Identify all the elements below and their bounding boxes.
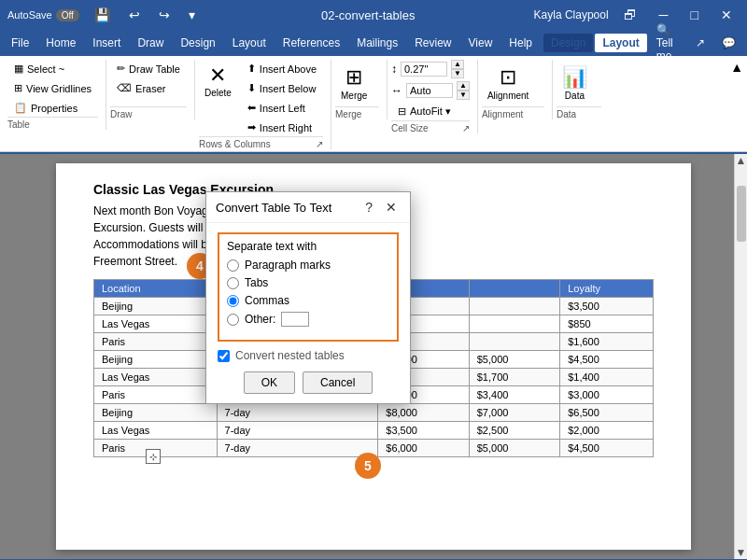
rows-cols-group-label: Rows & Columns ↗: [199, 136, 323, 149]
restore-button[interactable]: 🗗: [616, 6, 644, 24]
radio-paragraph-input[interactable]: [227, 259, 239, 272]
dialog-content: Separate text with Paragraph marks Tabs: [206, 223, 410, 403]
data-button[interactable]: 📊 Data: [557, 62, 593, 104]
insert-below-button[interactable]: ⬇ Insert Below: [241, 79, 323, 97]
scroll-down-button[interactable]: ▼: [736, 546, 747, 559]
radio-tabs[interactable]: Tabs: [227, 276, 389, 289]
vertical-scrollbar[interactable]: ▲ ▼: [734, 154, 747, 559]
menu-context-layout[interactable]: Layout: [595, 34, 646, 52]
view-gridlines-button[interactable]: ⊞ View Gridlines: [7, 79, 98, 97]
menu-home[interactable]: Home: [38, 34, 83, 52]
scroll-up-button[interactable]: ▲: [736, 154, 747, 167]
dialog-close-button[interactable]: ✕: [382, 198, 401, 217]
row-height-input[interactable]: [401, 62, 447, 77]
menu-references[interactable]: References: [275, 34, 347, 52]
dialog-title-area: Convert Table To Text: [216, 201, 331, 215]
redo-button[interactable]: ↪: [151, 6, 177, 24]
cell-size-group-label: Cell Size ↗: [391, 120, 470, 133]
insert-right-icon: ➡: [247, 121, 256, 133]
menu-context-design[interactable]: Design: [543, 34, 593, 52]
cell-size-expand-icon[interactable]: ↗: [462, 123, 470, 133]
delete-button[interactable]: ✕ Delete: [199, 60, 237, 102]
height-down-button[interactable]: ▼: [451, 69, 464, 78]
other-text-input[interactable]: -: [281, 312, 309, 327]
menu-draw[interactable]: Draw: [130, 34, 171, 52]
menu-bar: File Home Insert Draw Design Layout Refe…: [0, 30, 747, 56]
rows-cols-expand-icon[interactable]: ↗: [316, 139, 323, 149]
autosave-label: AutoSave: [7, 9, 52, 21]
title-bar: AutoSave Off 💾 ↩ ↪ ▾ 02-convert-tables K…: [0, 0, 747, 30]
delete-icon: ✕: [209, 63, 226, 88]
document-title: 02-convert-tables: [203, 8, 534, 22]
comments-button[interactable]: 💬: [714, 34, 743, 52]
dialog-help-button[interactable]: ?: [361, 198, 376, 217]
eraser-icon: ⌫: [117, 82, 132, 94]
menu-view[interactable]: View: [461, 34, 500, 52]
draw-table-icon: ✏: [117, 63, 125, 75]
col-width-input[interactable]: [406, 83, 453, 98]
alignment-button[interactable]: ⊡ Alignment: [482, 62, 534, 104]
width-up-button[interactable]: ▲: [457, 81, 470, 91]
menu-help[interactable]: Help: [501, 34, 540, 52]
save-button[interactable]: 💾: [87, 6, 118, 24]
close-window-button[interactable]: ✕: [713, 6, 740, 24]
select-button[interactable]: ▦ Select ~: [7, 60, 71, 77]
menu-file[interactable]: File: [4, 34, 36, 52]
col-width-icon: ↔: [391, 84, 402, 97]
merge-icon: ⊞: [345, 65, 362, 90]
ribbon-group-table: ▦ Select ~ ⊞ View Gridlines 📋 Properties…: [4, 60, 106, 130]
draw-table-button[interactable]: ✏ Draw Table: [110, 60, 187, 77]
insert-above-button[interactable]: ⬆ Insert Above: [241, 60, 323, 77]
autofit-icon: ⊟: [398, 105, 406, 118]
maximize-button[interactable]: □: [684, 6, 706, 24]
radio-paragraph[interactable]: Paragraph marks: [227, 259, 389, 272]
ribbon: ▦ Select ~ ⊞ View Gridlines 📋 Properties…: [0, 56, 747, 154]
row-height-icon: ↕: [391, 63, 397, 76]
properties-button[interactable]: 📋 Properties: [7, 99, 84, 117]
draw-group-label: Draw: [110, 106, 187, 119]
menu-design[interactable]: Design: [173, 34, 222, 52]
properties-icon: 📋: [14, 102, 27, 114]
radio-commas-input[interactable]: [227, 295, 239, 307]
document-area: Classic Las Vegas Excursion Next month B…: [0, 154, 747, 559]
insert-left-button[interactable]: ⬅ Insert Left: [241, 99, 323, 117]
menu-review[interactable]: Review: [407, 34, 458, 52]
table-row: Las Vegas 7-day $3,500 $2,500 $2,000: [94, 422, 654, 440]
menu-insert[interactable]: Insert: [85, 34, 128, 52]
menu-layout[interactable]: Layout: [225, 34, 274, 52]
customize-button[interactable]: ▾: [181, 6, 203, 24]
radio-other-input[interactable]: [227, 314, 239, 326]
ribbon-group-merge: ⊞ Merge Merge: [331, 60, 388, 119]
nested-tables-checkbox[interactable]: [218, 350, 230, 362]
menu-mailings[interactable]: Mailings: [349, 34, 405, 52]
data-group-label: Data: [557, 106, 601, 119]
ribbon-group-data: 📊 Data Data: [553, 60, 609, 119]
user-name: Kayla Claypool: [534, 8, 609, 21]
width-down-button[interactable]: ▼: [457, 91, 470, 100]
height-up-button[interactable]: ▲: [451, 60, 464, 69]
gridlines-icon: ⊞: [14, 82, 22, 94]
undo-button[interactable]: ↩: [121, 6, 148, 24]
eraser-button[interactable]: ⌫ Eraser: [110, 79, 172, 97]
scrollbar-thumb[interactable]: [737, 186, 746, 242]
data-icon: 📊: [562, 65, 587, 90]
ok-button[interactable]: OK: [244, 371, 295, 394]
merge-button[interactable]: ⊞ Merge: [335, 62, 373, 104]
ribbon-scroll-button[interactable]: ▲: [730, 60, 743, 75]
radio-commas[interactable]: Commas: [227, 294, 389, 307]
cancel-button[interactable]: Cancel: [303, 371, 373, 394]
col-header-location: Location: [94, 280, 218, 298]
title-bar-right: Kayla Claypool 🗗 ─ □ ✕: [534, 6, 740, 24]
search-icon[interactable]: 🔍 Tell me: [649, 21, 686, 65]
autofit-button[interactable]: ⊟ AutoFit ▾: [391, 103, 458, 120]
share-button[interactable]: ↗: [688, 34, 712, 52]
dialog-titlebar: Convert Table To Text ? ✕: [206, 192, 410, 223]
radio-other[interactable]: Other: -: [227, 312, 389, 327]
alignment-group-label: Alignment: [482, 106, 544, 119]
radio-group: Paragraph marks Tabs Commas Other:: [227, 259, 389, 327]
cell-loyalty: $3,500: [560, 298, 654, 315]
table-move-handle[interactable]: ⊹: [146, 449, 161, 464]
autosave-toggle[interactable]: Off: [56, 9, 79, 21]
radio-tabs-input[interactable]: [227, 277, 239, 289]
insert-right-button[interactable]: ➡ Insert Right: [241, 119, 323, 136]
